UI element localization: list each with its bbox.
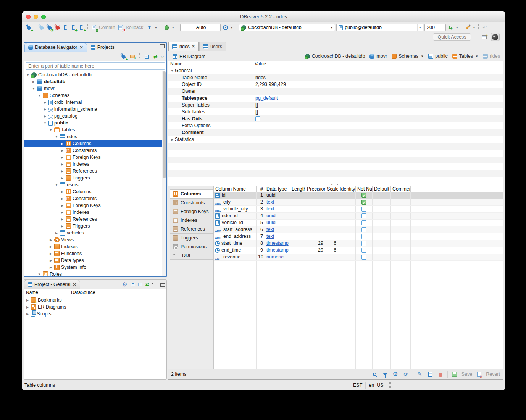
data-type-link[interactable]: text xyxy=(266,206,274,212)
not-null-checkbox[interactable] xyxy=(361,220,366,225)
subtab-er-diagram[interactable]: ER Diagram xyxy=(169,52,209,61)
expand-arrow-icon[interactable]: ▶ xyxy=(49,259,53,262)
expand-arrow-icon[interactable]: ▶ xyxy=(170,138,174,141)
breadcrumb-movr[interactable]: movr xyxy=(369,53,387,59)
tab-projects[interactable]: Projects xyxy=(87,43,118,52)
expand-arrow-icon[interactable]: ▶ xyxy=(60,170,64,173)
breadcrumb-cockroachdb-defaultdb[interactable]: CockroachDB - defaultdb xyxy=(305,53,365,59)
view-menu-icon[interactable]: ▽ xyxy=(161,55,164,59)
data-type-link[interactable]: uuid xyxy=(266,220,276,225)
transaction-log-icon[interactable]: T xyxy=(146,24,153,31)
column-row-start-address[interactable]: start_address6text xyxy=(214,226,503,233)
expand-arrow-icon[interactable]: ▶ xyxy=(60,204,64,207)
column-row-vehicle-city[interactable]: vehicle_city3text xyxy=(214,206,503,213)
data-type-link[interactable]: timestamp xyxy=(266,241,289,246)
data-type-link[interactable]: text xyxy=(266,234,274,239)
tree-item-foreign-keys[interactable]: ▶Foreign Keys xyxy=(24,154,162,161)
tab-database-navigator[interactable]: Database Navigator ✕ xyxy=(24,43,87,52)
expand-arrow-icon[interactable]: ▶ xyxy=(43,115,47,118)
minimize-view-icon[interactable] xyxy=(152,45,157,46)
new-connection-icon[interactable]: + xyxy=(120,53,127,60)
commit-mode-combo[interactable]: Auto xyxy=(180,24,221,31)
not-null-checkbox[interactable] xyxy=(361,200,366,205)
schema-combo[interactable]: public@defaultdb ▼ xyxy=(336,24,423,31)
breadcrumb-public[interactable]: public xyxy=(428,53,448,59)
detail-tab-indexes[interactable]: Indexes xyxy=(170,216,213,225)
refresh-icon[interactable]: ⟳ xyxy=(402,371,409,378)
open-perspective-icon[interactable] xyxy=(481,34,487,40)
tree-item-roles[interactable]: ▼Roles xyxy=(24,271,162,276)
zoom-window-button[interactable] xyxy=(41,15,46,19)
tree-item-references[interactable]: ▶References xyxy=(24,168,162,174)
not-null-checkbox[interactable] xyxy=(361,255,366,260)
property-row-super-tables[interactable]: Super Tables[] xyxy=(168,102,503,108)
column-row-start-time[interactable]: start_time8timestamp296 xyxy=(214,240,503,247)
property-row-extra-options[interactable]: Extra Options xyxy=(168,122,503,129)
tree-item-constraints[interactable]: ▶Constraints xyxy=(24,195,162,202)
commit-icon[interactable] xyxy=(90,24,97,31)
expand-arrow-icon[interactable]: ▼ xyxy=(26,73,30,77)
grid-header-data-type[interactable]: Data type xyxy=(265,186,290,192)
generate-sql-icon[interactable] xyxy=(464,24,471,31)
tree-item-functions[interactable]: ▶Functions xyxy=(24,250,162,257)
tree-item-defaultdb[interactable]: ▶defaultdb xyxy=(24,78,162,85)
back-icon[interactable]: ↶ xyxy=(481,24,488,31)
expand-arrow-icon[interactable]: ▶ xyxy=(26,305,29,309)
property-row-has-oids[interactable]: Has Oids xyxy=(168,115,503,122)
tree-item-users[interactable]: ▼users xyxy=(24,181,162,188)
expand-all-icon[interactable] xyxy=(138,283,142,286)
tree-item-public[interactable]: ▼public xyxy=(24,120,162,126)
tree-item-indexes[interactable]: ▶Indexes xyxy=(24,161,162,168)
connection-combo[interactable]: CockroachDB - defaultdb ▼ xyxy=(239,24,335,31)
connect-icon[interactable] xyxy=(38,24,45,31)
debug-icon[interactable] xyxy=(163,24,170,31)
refresh-dropdown-arrow[interactable]: ▼ xyxy=(455,26,458,29)
not-null-checkbox[interactable] xyxy=(361,234,366,239)
sql-editor-icon[interactable] xyxy=(62,24,69,31)
gear-icon[interactable]: ⚙ xyxy=(392,371,399,378)
link-with-editor-icon[interactable]: ⇄ xyxy=(152,53,159,60)
view-rows-icon[interactable] xyxy=(427,371,434,378)
property-row-table-name[interactable]: Table Namerides xyxy=(168,74,503,81)
project-item-er-diagrams[interactable]: ▶ER Diagrams xyxy=(24,304,166,310)
not-null-checkbox[interactable] xyxy=(361,241,366,246)
revert-icon[interactable] xyxy=(476,371,482,378)
sash-up-icon[interactable]: ▲ xyxy=(331,183,333,186)
delete-icon[interactable] xyxy=(437,371,444,378)
history-dropdown-arrow[interactable]: ▼ xyxy=(230,26,233,29)
detail-tab-columns[interactable]: Columns xyxy=(170,189,213,198)
splitter-sash[interactable]: ▲▼ xyxy=(168,183,503,186)
generate-sql-dropdown-arrow[interactable]: ▼ xyxy=(473,26,476,29)
column-row-vehicle-id[interactable]: vehicle_id5uuid xyxy=(214,220,503,226)
data-type-link[interactable]: uuid xyxy=(266,213,276,218)
grid-header-precision[interactable]: Precision xyxy=(305,186,325,192)
property-row-general[interactable]: ▼General xyxy=(168,67,503,74)
close-icon[interactable]: ✕ xyxy=(79,45,83,50)
property-row-owner[interactable]: Owner xyxy=(168,88,503,95)
chevron-down-icon[interactable]: ▼ xyxy=(475,55,478,58)
filter-icon[interactable] xyxy=(382,371,389,378)
not-null-checkbox[interactable] xyxy=(361,248,366,253)
tree-item-vehicles[interactable]: ▶vehicles xyxy=(24,229,162,236)
expand-arrow-icon[interactable]: ▶ xyxy=(60,156,64,159)
transaction-history-icon[interactable] xyxy=(222,24,229,31)
tree-item-pg-catalog[interactable]: ▶pg_catalog xyxy=(24,113,162,120)
not-null-checkbox[interactable] xyxy=(361,207,366,212)
grid-header-not-null[interactable]: Not Null xyxy=(356,186,373,192)
data-type-link[interactable]: uuid xyxy=(266,192,276,198)
edit-icon[interactable]: ✎ xyxy=(416,371,423,378)
new-connection-folder-icon[interactable] xyxy=(129,53,136,60)
quick-access-input[interactable] xyxy=(433,33,471,41)
detail-tab-foreign-keys[interactable]: Foreign Keys xyxy=(170,207,213,216)
expand-arrow-icon[interactable]: ▶ xyxy=(43,101,47,104)
chevron-down-icon[interactable]: ▼ xyxy=(421,55,424,58)
connection-dropdown-arrow[interactable]: ▼ xyxy=(329,24,334,31)
not-null-checkbox[interactable] xyxy=(361,193,366,198)
expand-arrow-icon[interactable]: ▶ xyxy=(55,231,58,235)
tree-item-rides[interactable]: ▼rides xyxy=(24,133,162,140)
transaction-dropdown-arrow[interactable]: ▼ xyxy=(154,26,157,29)
property-row-statistics[interactable]: ▶Statistics xyxy=(168,136,503,143)
expand-arrow-icon[interactable]: ▶ xyxy=(26,299,29,302)
expand-arrow-icon[interactable]: ▼ xyxy=(37,273,41,276)
expand-arrow-icon[interactable]: ▶ xyxy=(60,190,64,194)
